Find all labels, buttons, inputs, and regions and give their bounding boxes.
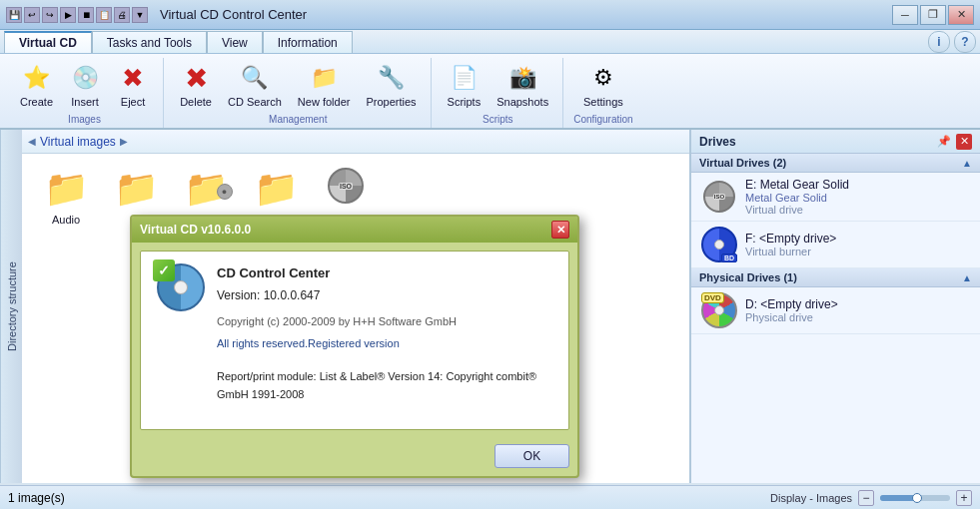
bd-center (714, 240, 724, 250)
iso-disc-icon: ISO (328, 168, 364, 204)
bd-label-badge: BD (721, 254, 737, 262)
insert-icon: 💿 (69, 62, 101, 94)
scripts-label: Scripts (448, 96, 482, 108)
disc-overlay: ● (217, 184, 233, 200)
drive-info-f: F: <Empty drive> Virtual burner (745, 232, 836, 257)
drives-panel: Drives 📌 ✕ Virtual Drives (2) ▲ ISO E: M… (690, 130, 980, 483)
quick-icon-7[interactable]: 🖨 (114, 7, 130, 23)
zoom-slider-thumb[interactable] (912, 493, 922, 503)
delete-button[interactable]: ✖ Delete (174, 58, 218, 112)
ribbon-group-scripts-label: Scripts (442, 112, 555, 128)
tab-tasks-tools[interactable]: Tasks and Tools (92, 31, 207, 53)
ribbon-group-management-label: Management (174, 112, 423, 128)
iso-drive-badge: ISO (713, 194, 725, 200)
quick-icon-3[interactable]: ↪ (42, 7, 58, 23)
tab-virtual-cd[interactable]: Virtual CD (4, 31, 92, 53)
drive-item-d[interactable]: DVD D: <Empty drive> Physical drive (691, 287, 980, 334)
about-checkmark-icon: ✓ (158, 262, 170, 278)
zoom-decrease-button[interactable]: − (858, 490, 874, 506)
breadcrumb-arrow-left[interactable]: ◀ (28, 136, 36, 147)
scripts-icon: 📄 (448, 62, 480, 94)
drive-item-f[interactable]: BD F: <Empty drive> Virtual burner (691, 222, 980, 268)
drives-header-icons: 📌 ✕ (936, 134, 972, 150)
ribbon: ⭐ Create 💿 Insert ✖ Eject Images ✖ Delet (0, 54, 980, 130)
settings-button[interactable]: ⚙ Settings (577, 58, 629, 112)
list-item[interactable]: 📁 Audio (36, 168, 96, 226)
quick-icon-5[interactable]: ⏹ (78, 7, 94, 23)
about-ok-button[interactable]: OK (494, 444, 569, 468)
properties-icon: 🔧 (375, 62, 407, 94)
directory-structure-sidebar[interactable]: Directory structure (0, 130, 22, 483)
filearea-breadcrumb-bar: ◀ Virtual images ▶ (22, 130, 689, 154)
folder-icon: 📁 (114, 168, 159, 210)
app-title: Virtual CD Control Center (160, 7, 307, 22)
ribbon-group-images: ⭐ Create 💿 Insert ✖ Eject Images (6, 58, 164, 128)
cd-search-icon: 🔍 (239, 62, 271, 94)
create-icon: ⭐ (21, 62, 53, 94)
quick-icon-4[interactable]: ▶ (60, 7, 76, 23)
about-cd-center (174, 280, 188, 294)
virtual-drives-toggle[interactable]: ▲ (962, 158, 972, 169)
restore-button[interactable]: ❐ (920, 5, 946, 25)
ribbon-buttons-scripts: 📄 Scripts 📸 Snapshots (442, 58, 555, 112)
ribbon-content: ⭐ Create 💿 Insert ✖ Eject Images ✖ Delet (6, 58, 974, 128)
quick-icon-1[interactable]: 💾 (6, 7, 22, 23)
about-app-name: CD Control Center (217, 263, 552, 284)
about-dialog: Virtual CD v10.6.0.0 ✕ ✓ CD Control Cent… (130, 215, 579, 478)
physical-drives-section-header: Physical Drives (1) ▲ (691, 268, 980, 287)
breadcrumb-virtual-images[interactable]: Virtual images (40, 135, 116, 149)
drives-panel-title: Drives (699, 135, 736, 149)
drive-item-e[interactable]: ISO E: Metal Gear Solid Metal Gear Solid… (691, 173, 980, 222)
about-rights: All rights reserved.Registered version (217, 335, 552, 353)
drive-info-e: E: Metal Gear Solid Metal Gear Solid Vir… (745, 178, 849, 216)
zoom-increase-button[interactable]: + (956, 490, 972, 506)
cd-search-button[interactable]: 🔍 CD Search (222, 58, 288, 112)
iso-drive-icon: ISO (703, 181, 735, 213)
drive-name-e: E: Metal Gear Solid (745, 178, 849, 192)
scripts-button[interactable]: 📄 Scripts (442, 58, 488, 112)
snapshots-button[interactable]: 📸 Snapshots (490, 58, 554, 112)
create-button[interactable]: ⭐ Create (14, 58, 59, 112)
drives-close-button[interactable]: ✕ (956, 134, 972, 150)
drives-pin-button[interactable]: 📌 (936, 134, 952, 150)
about-footer: OK (132, 438, 577, 476)
new-folder-button[interactable]: 📁 New folder (292, 58, 357, 112)
minimize-button[interactable]: ─ (892, 5, 918, 25)
quick-icon-6[interactable]: 📋 (96, 7, 112, 23)
eject-icon: ✖ (117, 62, 149, 94)
about-checkmark-badge: ✓ (153, 259, 175, 281)
virtual-drives-section-header: Virtual Drives (2) ▲ (691, 154, 980, 173)
tab-view[interactable]: View (207, 31, 263, 53)
properties-label: Properties (366, 96, 416, 108)
eject-button[interactable]: ✖ Eject (111, 58, 155, 112)
breadcrumb-arrow-right: ▶ (120, 136, 128, 147)
quick-icon-2[interactable]: ↩ (24, 7, 40, 23)
ribbon-group-images-label: Images (14, 112, 155, 128)
quick-icon-8[interactable]: ▼ (132, 7, 148, 23)
tab-information[interactable]: Information (263, 31, 353, 53)
dvd-center (714, 305, 724, 315)
about-logo-icon: ✓ (157, 263, 205, 403)
zoom-slider[interactable] (880, 495, 950, 501)
quick-access-toolbar[interactable]: 💾 ↩ ↪ ▶ ⏹ 📋 🖨 ▼ (6, 7, 148, 23)
drives-panel-header: Drives 📌 ✕ (691, 130, 980, 154)
insert-button[interactable]: 💿 Insert (63, 58, 107, 112)
about-close-button[interactable]: ✕ (551, 221, 569, 239)
about-inner: ✓ CD Control Center Version: 10.0.0.647 … (157, 263, 552, 403)
info-button[interactable]: i (928, 31, 950, 53)
snapshots-icon: 📸 (506, 62, 538, 94)
new-folder-icon: 📁 (308, 62, 340, 94)
drive-type-d: Physical drive (745, 311, 838, 323)
ribbon-group-management: ✖ Delete 🔍 CD Search 📁 New folder 🔧 Prop… (166, 58, 432, 128)
file-item-label: Audio (52, 214, 80, 226)
close-button[interactable]: ✕ (948, 5, 974, 25)
help-button[interactable]: ? (954, 31, 976, 53)
directory-structure-label: Directory structure (6, 261, 18, 351)
drive-type-e: Virtual drive (745, 204, 849, 216)
statusbar: 1 image(s) Display - Images − + (0, 485, 980, 509)
virtual-drives-label: Virtual Drives (2) (699, 157, 786, 169)
physical-drives-toggle[interactable]: ▲ (962, 272, 972, 283)
delete-label: Delete (180, 96, 212, 108)
properties-button[interactable]: 🔧 Properties (360, 58, 422, 112)
titlebar: 💾 ↩ ↪ ▶ ⏹ 📋 🖨 ▼ Virtual CD Control Cente… (0, 0, 980, 30)
